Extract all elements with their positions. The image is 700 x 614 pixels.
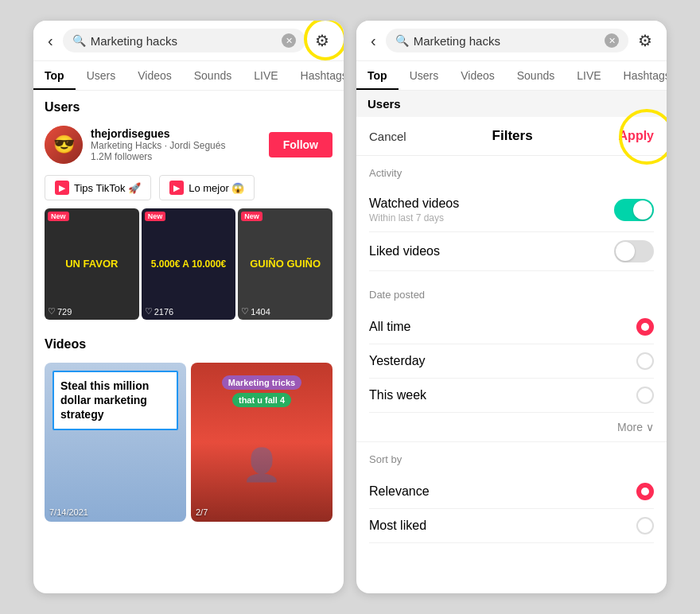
liked-videos-label: Liked videos	[369, 244, 440, 258]
this-week-label: This week	[369, 388, 426, 402]
new-badge-3: New	[241, 212, 262, 221]
right-tab-top[interactable]: Top	[356, 61, 399, 90]
right-search-input-wrapper[interactable]: 🔍 Marketing hacks ✕	[386, 29, 628, 52]
this-week-row[interactable]: This week	[369, 379, 654, 413]
video-thumb-3[interactable]: GUIÑO GUIÑO New ♡ 1404	[238, 208, 332, 320]
user-name: thejordisegues	[91, 127, 261, 140]
marketing-tricks-badge: Marketing tricks	[222, 375, 301, 390]
watched-videos-toggle[interactable]	[614, 199, 654, 221]
right-tab-live[interactable]: LIVE	[566, 61, 612, 90]
most-liked-row[interactable]: Most liked	[369, 509, 654, 543]
user-info: thejordisegues Marketing Hacks · Jordi S…	[91, 127, 261, 162]
left-phone-panel: ‹ 🔍 Marketing hacks ✕ ⚙ Top Users Videos…	[33, 21, 344, 593]
video-large-1[interactable]: Steal this million dollar marketing stra…	[45, 363, 186, 522]
watched-videos-label: Watched videos	[369, 196, 459, 211]
right-filter-icon[interactable]: ⚙	[635, 29, 655, 52]
video-thumb-bg-1: UN FAVOR	[45, 208, 139, 320]
right-search-icon: 🔍	[395, 34, 409, 47]
left-tabs: Top Users Videos Sounds LIVE Hashtags	[33, 61, 344, 91]
yesterday-label: Yesterday	[369, 354, 426, 368]
all-time-radio[interactable]	[636, 318, 654, 336]
video-bg-steal: Steal this million dollar marketing stra…	[45, 363, 186, 522]
video-large-2[interactable]: Marketing tricks that u fall 4 👤 2/7	[191, 363, 332, 522]
more-button[interactable]: More ∨	[369, 413, 654, 441]
liked-videos-row: Liked videos	[369, 232, 654, 271]
activity-section: Activity Watched videos Within last 7 da…	[356, 156, 667, 271]
right-users-label: Users	[368, 97, 401, 111]
new-badge-1: New	[48, 212, 69, 221]
this-week-radio[interactable]	[636, 387, 654, 404]
right-search-text: Marketing hacks	[414, 34, 600, 48]
hashtag-btn-mejor[interactable]: ▶ Lo mejor 😱	[159, 175, 255, 200]
avatar: 😎	[45, 126, 83, 164]
videos-section-title: Videos	[33, 328, 344, 356]
filters-title: Filters	[492, 128, 533, 144]
tab-live[interactable]: LIVE	[243, 61, 289, 90]
right-tab-sounds[interactable]: Sounds	[506, 61, 566, 90]
sort-by-label: Sort by	[369, 453, 654, 465]
steal-text: Steal this million dollar marketing stra…	[52, 371, 178, 430]
tab-hashtags[interactable]: Hashtags	[290, 61, 344, 90]
toggle-thumb-off	[616, 242, 635, 261]
relevance-label: Relevance	[369, 484, 430, 499]
date-posted-section: Date posted All time Yesterday This week…	[356, 278, 667, 441]
new-badge-2: New	[145, 212, 166, 221]
cancel-button[interactable]: Cancel	[369, 130, 406, 143]
video-thumb-2[interactable]: 5.000€ A 10.000€ New ♡ 2176	[142, 208, 236, 320]
yesterday-row[interactable]: Yesterday	[369, 344, 654, 379]
hashtag-btn-tips[interactable]: ▶ Tips TikTok 🚀	[45, 175, 151, 200]
hashtag-tips-label: Tips TikTok 🚀	[74, 182, 141, 194]
videos-row: Steal this million dollar marketing stra…	[33, 356, 344, 528]
relevance-radio[interactable]	[636, 483, 654, 500]
watched-videos-info: Watched videos Within last 7 days	[369, 196, 459, 223]
left-search-input-wrapper[interactable]: 🔍 Marketing hacks ✕	[63, 29, 305, 52]
relevance-row[interactable]: Relevance	[369, 475, 654, 509]
follow-button[interactable]: Follow	[269, 132, 332, 157]
left-search-bar: ‹ 🔍 Marketing hacks ✕ ⚙	[33, 21, 344, 61]
all-time-row[interactable]: All time	[369, 310, 654, 344]
filter-icon[interactable]: ⚙	[312, 29, 332, 52]
clear-search-button[interactable]: ✕	[282, 33, 296, 48]
video-date: 7/14/2021	[49, 507, 88, 517]
most-liked-radio[interactable]	[636, 517, 654, 534]
right-clear-search-button[interactable]: ✕	[605, 33, 619, 48]
video-thumb-1[interactable]: UN FAVOR New ♡ 729	[45, 208, 139, 320]
right-tab-hashtags[interactable]: Hashtags	[612, 61, 667, 90]
right-back-button[interactable]: ‹	[368, 30, 379, 52]
left-search-text: Marketing hacks	[91, 34, 277, 48]
liked-videos-toggle[interactable]	[614, 240, 654, 262]
tab-sounds[interactable]: Sounds	[183, 61, 243, 90]
user-description: Marketing Hacks · Jordi Segués	[91, 140, 261, 151]
activity-label: Activity	[369, 167, 654, 179]
like-count-1: ♡ 729	[48, 306, 72, 317]
right-tabs: Top Users Videos Sounds LIVE Hashtags	[356, 61, 667, 91]
right-search-bar: ‹ 🔍 Marketing hacks ✕ ⚙	[356, 21, 667, 61]
watched-videos-sub: Within last 7 days	[369, 212, 459, 223]
date-posted-label: Date posted	[369, 289, 654, 301]
tab-users[interactable]: Users	[76, 61, 127, 90]
all-time-label: All time	[369, 320, 410, 334]
filters-header: Cancel Filters Apply	[356, 117, 667, 156]
apply-button[interactable]: Apply	[619, 129, 654, 143]
person-placeholder: 👤	[191, 407, 332, 522]
tab-top[interactable]: Top	[33, 61, 76, 90]
yesterday-radio[interactable]	[636, 352, 654, 370]
video-bg-marketing: Marketing tricks that u fall 4 👤	[191, 363, 332, 522]
that-u-badge: that u fall 4	[232, 393, 291, 407]
back-button[interactable]: ‹	[45, 30, 56, 52]
video-thumb-bg-2: 5.000€ A 10.000€	[142, 208, 236, 320]
filters-header-wrapper: Cancel Filters Apply	[356, 117, 667, 156]
page-num: 2/7	[196, 507, 208, 517]
chevron-down-icon: ∨	[646, 421, 654, 433]
right-phone-panel: ‹ 🔍 Marketing hacks ✕ ⚙ Top Users Videos…	[356, 21, 667, 593]
user-followers: 1.2M followers	[91, 151, 261, 162]
toggle-thumb	[633, 200, 652, 220]
sort-by-section: Sort by Relevance Most liked	[356, 442, 667, 543]
user-card: 😎 thejordisegues Marketing Hacks · Jordi…	[33, 119, 344, 170]
right-tab-users[interactable]: Users	[399, 61, 450, 90]
tab-videos[interactable]: Videos	[126, 61, 183, 90]
users-section-title: Users	[33, 91, 344, 119]
like-count-2: ♡ 2176	[145, 306, 173, 317]
right-tab-videos[interactable]: Videos	[449, 61, 506, 90]
search-icon: 🔍	[72, 34, 86, 47]
